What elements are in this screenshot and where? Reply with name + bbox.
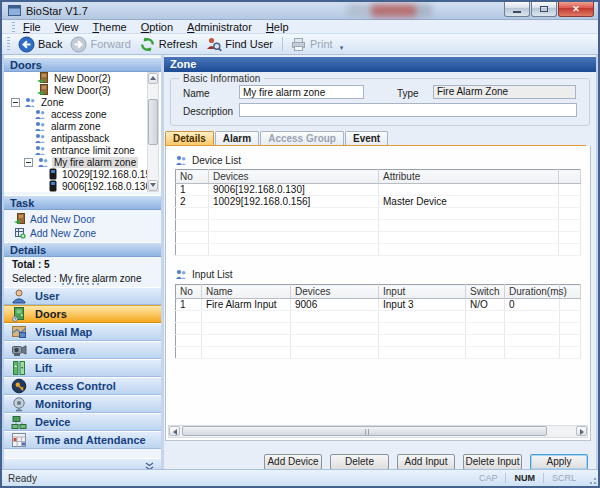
tree-item-antipassback[interactable]: antipassback (4, 132, 161, 144)
window-title: BioStar V1.7 (26, 5, 88, 17)
nav-user[interactable]: User (4, 287, 161, 305)
menu-theme[interactable]: Theme (92, 21, 126, 33)
tree-item-alarm-zone[interactable]: alarm zone (4, 120, 161, 132)
num-lock-indicator: NUM (505, 473, 543, 483)
nav-time-and-attendance[interactable]: Time and Attendance (4, 431, 161, 449)
close-button[interactable]: ✕ (558, 2, 594, 17)
nav-list: User Doors Visual Map Camera Lift (4, 287, 161, 449)
table-row[interactable]: 1 Fire Alarm Input 9006 Input 3 N/O 0 (176, 299, 581, 311)
back-button[interactable]: Back (15, 35, 67, 54)
collapse-icon[interactable] (24, 158, 33, 167)
user-icon (11, 288, 27, 304)
scroll-right-icon[interactable] (576, 426, 587, 436)
add-door-icon (14, 213, 26, 225)
titlebar: BioStar V1.7 ✕ (2, 2, 598, 20)
horizontal-scrollbar[interactable] (168, 425, 588, 438)
apply-button[interactable]: Apply (530, 454, 588, 470)
table-row-empty (176, 347, 581, 359)
collapse-icon[interactable] (11, 98, 20, 107)
tree-item-my-fire-alarm-zone[interactable]: My fire alarm zone (4, 156, 161, 168)
basic-information-legend: Basic Information (179, 73, 264, 84)
menu-option[interactable]: Option (141, 21, 173, 33)
tree-item-device-10029[interactable]: 10029[192.168.0.156] (4, 168, 161, 180)
menu-administrator[interactable]: Administrator (187, 21, 252, 33)
find-user-button[interactable]: Find User (202, 35, 278, 54)
find-user-icon (205, 36, 222, 53)
app-icon (8, 5, 21, 16)
nav-visual-map[interactable]: Visual Map (4, 323, 161, 341)
delete-device-button[interactable]: Delete Device (330, 454, 389, 470)
nav-access-control[interactable]: Access Control (4, 377, 161, 395)
action-button-row: Add Device Delete Device Add Input Delet… (164, 454, 596, 470)
refresh-button[interactable]: Refresh (136, 35, 203, 54)
tree-item-new-door-2[interactable]: New Door(2) (4, 72, 161, 84)
list-icon (175, 154, 187, 166)
doors-tree: New Door(2) New Door(3) Zone access zone (4, 72, 161, 192)
list-icon (175, 268, 187, 280)
menu-help[interactable]: Help (266, 21, 289, 33)
tree-item-device-9006[interactable]: 9006[192.168.0.130] (4, 180, 161, 192)
scroll-down-icon[interactable] (148, 180, 158, 191)
zone-icon (24, 96, 36, 108)
menu-view[interactable]: View (55, 21, 79, 33)
table-header-row: No Devices Attribute (176, 170, 581, 184)
scroll-left-icon[interactable] (169, 426, 180, 436)
nav-monitoring[interactable]: Monitoring (4, 395, 161, 413)
tab-alarm[interactable]: Alarm (215, 131, 259, 145)
resize-grip[interactable] (587, 475, 596, 484)
camera-icon (11, 342, 27, 358)
tabbar: Details Alarm Access Group Event (165, 132, 586, 146)
tab-details[interactable]: Details (165, 131, 214, 145)
add-new-door-link[interactable]: Add New Door (4, 212, 161, 226)
table-row[interactable]: 1 9006[192.168.0.130] (176, 184, 581, 196)
nav-device[interactable]: Device (4, 413, 161, 431)
table-row[interactable]: 2 10029[192.168.0.156] Master Device (176, 196, 581, 208)
refresh-icon (139, 36, 156, 53)
nav-camera[interactable]: Camera (4, 341, 161, 359)
delete-input-button[interactable]: Delete Input (463, 454, 522, 470)
add-new-zone-link[interactable]: Add New Zone (4, 226, 161, 240)
tree-item-entrance-limit-zone[interactable]: entrance limit zone (4, 144, 161, 156)
forward-icon (70, 36, 87, 53)
toolbar-overflow-chevron[interactable]: ▾ (340, 44, 344, 54)
nav-doors[interactable]: Doors (4, 305, 161, 323)
description-input[interactable] (239, 103, 577, 117)
add-device-button[interactable]: Add Device (264, 454, 322, 470)
scrollbar-thumb[interactable] (148, 99, 158, 145)
minimize-icon (513, 11, 521, 13)
name-input[interactable] (239, 85, 364, 99)
task-section-header: Task (4, 195, 161, 210)
forward-button[interactable]: Forward (67, 35, 135, 54)
basic-information-group: Basic Information Name Type Fire Alarm Z… (170, 78, 590, 126)
input-list-label: Input List (175, 268, 233, 280)
add-zone-icon (14, 227, 26, 239)
app-window: BioStar V1.7 ✕ File View Theme Option Ad… (0, 0, 600, 488)
maximize-button[interactable] (531, 2, 557, 17)
add-input-button[interactable]: Add Input (397, 454, 455, 470)
table-row-empty (176, 232, 581, 244)
input-list-table: No Name Devices Input Switch Duration(ms… (175, 284, 581, 359)
statusbar: Ready CAP NUM SCRL (2, 469, 598, 486)
nav-lift[interactable]: Lift (4, 359, 161, 377)
zone-icon (37, 156, 49, 168)
scrollbar-thumb[interactable] (182, 426, 547, 436)
scroll-lock-indicator: SCRL (543, 473, 584, 483)
scroll-up-icon[interactable] (148, 73, 158, 84)
panel-splitter[interactable] (62, 283, 102, 285)
tree-item-zone[interactable]: Zone (4, 96, 161, 108)
tree-item-new-door-3[interactable]: New Door(3) (4, 84, 161, 96)
tree-scrollbar[interactable] (147, 72, 159, 192)
menu-file[interactable]: File (23, 21, 41, 33)
table-row-empty (176, 335, 581, 347)
zone-icon (34, 132, 46, 144)
device-nav-icon (11, 414, 27, 430)
tab-access-group[interactable]: Access Group (260, 131, 344, 145)
table-row-empty (176, 208, 581, 220)
print-button[interactable]: Print (287, 35, 338, 54)
tree-item-access-zone[interactable]: access zone (4, 108, 161, 120)
door-icon (37, 84, 49, 96)
content: Doors New Door(2) New Door(3) Zone (4, 55, 596, 469)
tab-event[interactable]: Event (345, 131, 388, 145)
menubar: File View Theme Option Administrator Hel… (2, 20, 598, 34)
minimize-button[interactable] (504, 2, 530, 17)
